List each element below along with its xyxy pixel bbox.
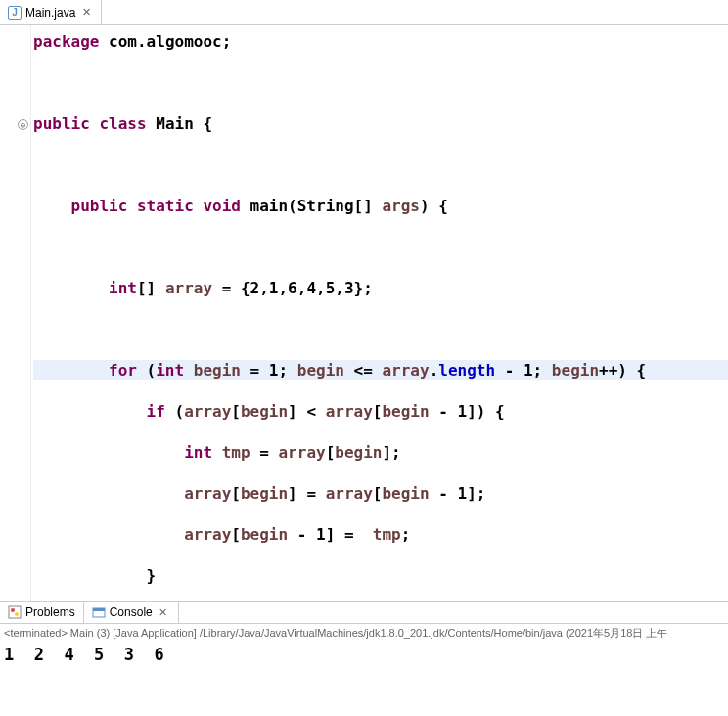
tab-problems[interactable]: Problems <box>0 602 84 623</box>
svg-point-1 <box>11 608 15 612</box>
code-line[interactable]: int[] array = {2,1,6,4,5,3}; <box>33 278 728 298</box>
gutter: ⊖ <box>0 25 31 601</box>
svg-rect-0 <box>9 606 21 618</box>
code-line[interactable]: } <box>33 565 728 586</box>
java-file-icon: J <box>8 6 22 20</box>
svg-rect-4 <box>93 608 105 611</box>
code-line[interactable]: package com.algomooc; <box>33 31 728 52</box>
code-line[interactable]: public static void main(String[] args) { <box>33 196 728 216</box>
editor-area: ⊖ package com.algomooc; public class Mai… <box>0 25 728 601</box>
code-editor[interactable]: package com.algomooc; public class Main … <box>31 25 728 601</box>
fold-collapse-icon[interactable]: ⊖ <box>18 119 28 130</box>
console-output: 1 2 4 5 3 6 <box>0 643 728 666</box>
bottom-tab-strip: Problems Console ✕ <box>0 601 728 624</box>
code-line[interactable]: int tmp = array[begin]; <box>33 442 728 463</box>
editor-tab-strip: J Main.java ✕ <box>0 0 728 25</box>
close-icon[interactable]: ✕ <box>157 605 170 619</box>
problems-icon <box>8 605 22 619</box>
code-line[interactable]: array[begin - 1] = tmp; <box>33 524 728 545</box>
code-line[interactable]: public class Main { <box>33 113 728 134</box>
tab-problems-label: Problems <box>25 605 75 619</box>
code-line[interactable] <box>33 72 728 93</box>
code-line[interactable] <box>33 237 728 257</box>
console-panel: <terminated> Main (3) [Java Application]… <box>0 624 728 716</box>
code-line[interactable] <box>33 155 728 175</box>
console-icon <box>92 605 106 619</box>
tab-label: Main.java <box>25 6 75 20</box>
tab-main-java[interactable]: J Main.java ✕ <box>0 0 102 24</box>
tab-console[interactable]: Console ✕ <box>84 602 179 623</box>
svg-point-2 <box>15 612 19 616</box>
code-line[interactable]: array[begin] = array[begin - 1]; <box>33 483 728 504</box>
code-line[interactable] <box>33 319 728 339</box>
code-line[interactable]: if (array[begin] < array[begin - 1]) { <box>33 401 728 422</box>
close-icon[interactable]: ✕ <box>79 6 93 20</box>
tab-console-label: Console <box>110 605 153 619</box>
code-line[interactable]: for (int begin = 1; begin <= array.lengt… <box>33 360 728 380</box>
console-header: <terminated> Main (3) [Java Application]… <box>0 624 728 643</box>
